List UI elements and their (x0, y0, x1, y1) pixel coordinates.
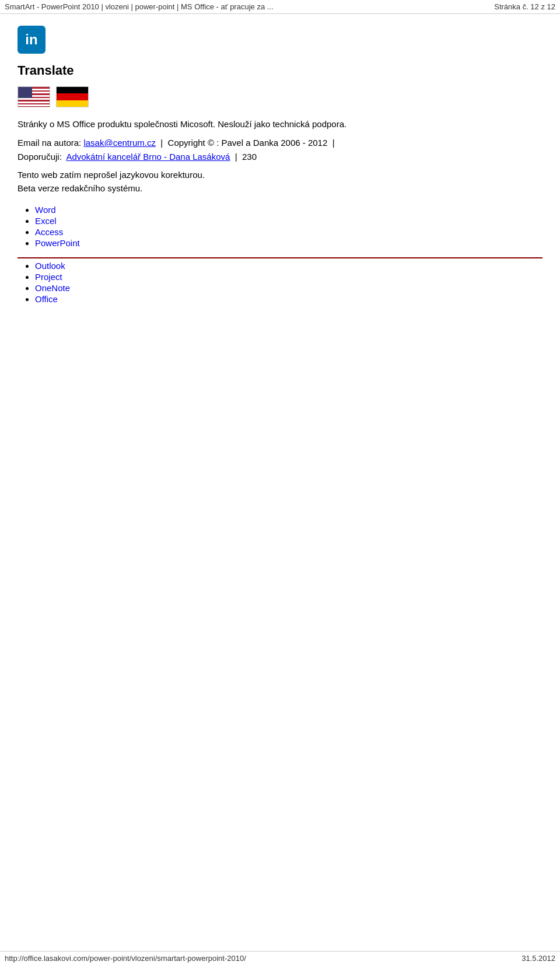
page-title: SmartArt - PowerPoint 2010 | vlozeni | p… (5, 2, 274, 11)
list-item: Project (35, 272, 542, 282)
description-text: Stránky o MS Office produktu společnosti… (18, 119, 542, 129)
nav-group-2: Outlook Project OneNote Office (18, 261, 542, 304)
flag-de-black (57, 87, 88, 93)
notice-text: Tento web zatím neprošel jazykovou korek… (18, 170, 542, 180)
list-item: OneNote (35, 283, 542, 293)
bottom-bar: http://office.lasakovi.com/power-point/v… (0, 951, 560, 965)
separator (18, 257, 542, 258)
nav-office-link[interactable]: Office (35, 294, 58, 304)
copyright-text: Copyright © : Pavel a Danka 2006 - 2012 (168, 138, 328, 148)
email-label: Email na autora: (18, 138, 81, 148)
flags-container (18, 86, 542, 107)
count-value: 230 (242, 152, 257, 162)
list-item: Office (35, 294, 542, 304)
list-item: Excel (35, 216, 542, 226)
nav-project-link[interactable]: Project (35, 272, 62, 282)
beta-text: Beta verze redakčního systému. (18, 183, 542, 193)
nav-outlook-link[interactable]: Outlook (35, 261, 65, 271)
flag-de-red (57, 93, 88, 100)
bottom-date: 31.5.2012 (522, 954, 555, 963)
bottom-url: http://office.lasakovi.com/power-point/v… (5, 954, 246, 963)
nav-powerpoint-link[interactable]: PowerPoint (35, 238, 80, 248)
nav-group-1: Word Excel Access PowerPoint (18, 205, 542, 248)
list-item: PowerPoint (35, 238, 542, 248)
linkedin-icon[interactable]: in (18, 26, 46, 54)
nav-list-2: Outlook Project OneNote Office (18, 261, 542, 304)
flag-us[interactable] (18, 86, 50, 107)
flag-de[interactable] (56, 86, 89, 107)
recommend-link[interactable]: Advokátní kancelář Brno - Dana Lasáková (66, 152, 230, 162)
nav-access-link[interactable]: Access (35, 227, 63, 237)
translate-heading: Translate (18, 63, 542, 78)
flag-de-gold (57, 100, 88, 107)
email-link[interactable]: lasak@centrum.cz (83, 138, 156, 148)
list-item: Word (35, 205, 542, 215)
list-item: Access (35, 227, 542, 237)
main-content: in Translate Stránky o MS Office produkt… (0, 14, 560, 325)
list-item: Outlook (35, 261, 542, 271)
nav-word-link[interactable]: Word (35, 205, 56, 215)
nav-excel-link[interactable]: Excel (35, 216, 57, 226)
recommend-label: Doporučuji: (18, 152, 62, 162)
page-info: Stránka č. 12 z 12 (494, 2, 555, 11)
info-block: Email na autora: lasak@centrum.cz | Copy… (18, 136, 542, 164)
linkedin-icon-label: in (25, 32, 37, 48)
top-bar: SmartArt - PowerPoint 2010 | vlozeni | p… (0, 0, 560, 14)
nav-list-1: Word Excel Access PowerPoint (18, 205, 542, 248)
nav-onenote-link[interactable]: OneNote (35, 283, 70, 293)
